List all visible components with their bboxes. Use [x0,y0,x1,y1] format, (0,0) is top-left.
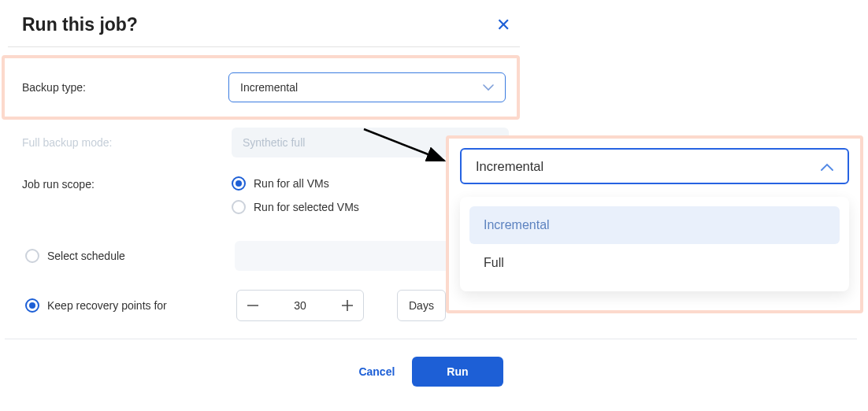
recovery-unit-select[interactable]: Days [397,290,446,321]
run-button[interactable]: Run [412,357,503,387]
radio-run-all-vms-label: Run for all VMs [254,177,329,190]
backup-type-select[interactable]: Incremental [228,72,506,102]
radio-icon [232,176,246,191]
radio-run-selected-vms-label: Run for selected VMs [254,201,359,213]
radio-keep-recovery[interactable]: Keep recovery points for [25,298,225,313]
select-schedule-row: Select schedule [8,222,520,277]
keep-recovery-row: Keep recovery points for 30 Days [8,277,520,328]
svg-line-3 [364,129,444,161]
radio-icon [232,200,246,214]
recovery-stepper: 30 [236,290,364,321]
recovery-value[interactable]: 30 [269,299,332,312]
dialog-header: Run this job? ✕ [8,0,520,47]
radio-icon [25,249,39,263]
backup-type-row: Backup type: Incremental [2,55,520,120]
dropdown-open-select[interactable]: Incremental [460,148,849,184]
dialog-title: Run this job? [22,14,138,35]
keep-recovery-label: Keep recovery points for [47,299,167,312]
radio-run-selected-vms[interactable]: Run for selected VMs [232,200,359,214]
dropdown-selected-value: Incremental [476,159,543,174]
recovery-unit-value: Days [409,299,434,312]
full-backup-mode-value: Synthetic full [243,136,305,149]
chevron-down-icon [483,81,494,94]
dialog-footer: Cancel Run [5,339,857,387]
job-run-scope-label: Job run scope: [22,176,219,191]
backup-type-value: Incremental [240,81,298,94]
select-schedule-label: Select schedule [47,250,125,262]
run-job-dialog: Run this job? ✕ Backup type: Incremental… [8,0,520,387]
stepper-decrement[interactable] [237,291,269,320]
cancel-button[interactable]: Cancel [358,365,395,378]
full-backup-mode-label: Full backup mode: [22,136,219,149]
job-run-scope-radio-group: Run for all VMs Run for selected VMs [232,176,359,214]
dropdown-menu: Incremental Full [460,197,849,291]
chevron-up-icon [821,159,833,174]
radio-icon [25,298,39,313]
dropdown-option-full[interactable]: Full [469,244,840,282]
close-icon[interactable]: ✕ [496,15,510,35]
radio-run-all-vms[interactable]: Run for all VMs [232,176,359,191]
backup-type-label: Backup type: [22,81,216,94]
stepper-increment[interactable] [332,291,363,320]
radio-select-schedule[interactable]: Select schedule [25,249,224,263]
backup-type-dropdown-popover: Incremental Incremental Full [446,135,863,313]
job-run-scope-row: Job run scope: Run for all VMs Run for s… [8,165,520,222]
dropdown-option-incremental[interactable]: Incremental [469,206,840,244]
